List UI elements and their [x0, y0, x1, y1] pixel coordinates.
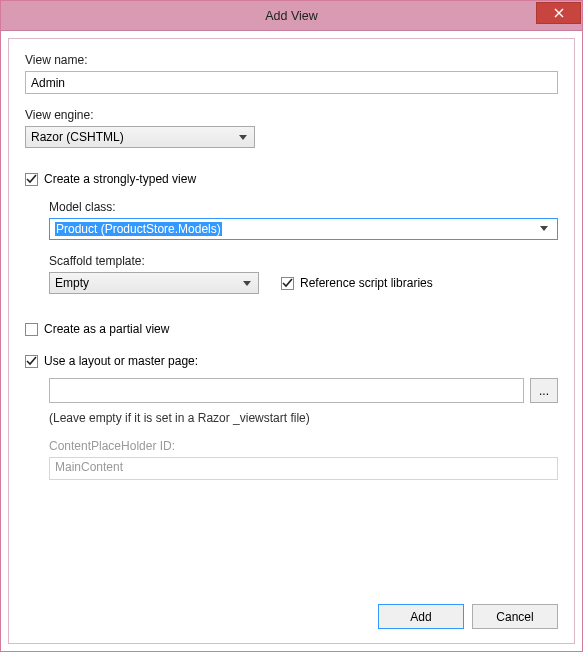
check-icon [282, 278, 293, 289]
use-layout-checkbox[interactable] [25, 355, 38, 368]
view-name-input[interactable] [25, 71, 558, 94]
view-engine-select[interactable]: Razor (CSHTML) [25, 126, 255, 148]
partial-view-label: Create as a partial view [44, 322, 169, 336]
layout-path-input[interactable] [49, 378, 524, 403]
view-name-label: View name: [25, 53, 558, 67]
titlebar: Add View [1, 1, 582, 31]
layout-hint: (Leave empty if it is set in a Razor _vi… [49, 411, 558, 425]
reference-scripts-label: Reference script libraries [300, 276, 433, 290]
check-icon [26, 174, 37, 185]
partial-view-checkbox[interactable] [25, 323, 38, 336]
add-button[interactable]: Add [378, 604, 464, 629]
reference-scripts-checkbox[interactable] [281, 277, 294, 290]
cancel-button[interactable]: Cancel [472, 604, 558, 629]
browse-layout-button[interactable]: ... [530, 378, 558, 403]
use-layout-label: Use a layout or master page: [44, 354, 198, 368]
view-engine-value: Razor (CSHTML) [31, 130, 236, 144]
scaffold-template-label: Scaffold template: [49, 254, 558, 268]
dialog-buttons: Add Cancel [378, 604, 558, 629]
dialog-content: View name: View engine: Razor (CSHTML) C… [8, 38, 575, 644]
strongly-typed-label: Create a strongly-typed view [44, 172, 196, 186]
view-engine-label: View engine: [25, 108, 558, 122]
reference-scripts-row: Reference script libraries [281, 276, 433, 290]
use-layout-row: Use a layout or master page: [25, 354, 558, 368]
model-class-label: Model class: [49, 200, 558, 214]
scaffold-template-select[interactable]: Empty [49, 272, 259, 294]
content-placeholder-input: MainContent [49, 457, 558, 480]
strongly-typed-checkbox[interactable] [25, 173, 38, 186]
partial-view-row: Create as a partial view [25, 322, 558, 336]
scaffold-template-value: Empty [55, 276, 240, 290]
chevron-down-icon [533, 219, 553, 239]
model-class-select[interactable]: Product (ProductStore.Models) [49, 218, 558, 240]
close-button[interactable] [536, 2, 581, 24]
ellipsis-icon: ... [539, 384, 549, 398]
model-class-value: Product (ProductStore.Models) [55, 222, 222, 236]
add-view-dialog: Add View View name: View engine: Razor (… [0, 0, 583, 652]
window-title: Add View [1, 9, 582, 23]
strongly-typed-row: Create a strongly-typed view [25, 172, 558, 186]
chevron-down-icon [240, 276, 254, 290]
check-icon [26, 356, 37, 367]
close-icon [554, 8, 564, 18]
content-placeholder-label: ContentPlaceHolder ID: [49, 439, 558, 453]
chevron-down-icon [236, 130, 250, 144]
